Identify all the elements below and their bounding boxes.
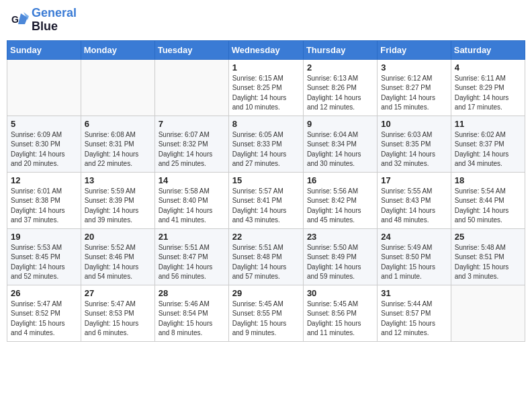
calendar-body: 1Sunrise: 6:15 AM Sunset: 8:25 PM Daylig…	[7, 59, 525, 341]
calendar-table: SundayMondayTuesdayWednesdayThursdayFrid…	[7, 40, 525, 342]
day-number: 18	[455, 175, 521, 185]
day-number: 21	[159, 232, 225, 242]
calendar-week-row: 5Sunrise: 6:09 AM Sunset: 8:30 PM Daylig…	[7, 116, 525, 172]
day-info: Sunrise: 5:57 AM Sunset: 8:41 PM Dayligh…	[232, 187, 300, 226]
weekday-header-cell: Tuesday	[154, 40, 228, 59]
day-info: Sunrise: 5:49 AM Sunset: 8:50 PM Dayligh…	[381, 243, 447, 282]
day-info: Sunrise: 5:53 AM Sunset: 8:45 PM Dayligh…	[11, 243, 77, 282]
calendar-cell: 1Sunrise: 6:15 AM Sunset: 8:25 PM Daylig…	[228, 59, 303, 116]
day-number: 14	[159, 175, 225, 185]
day-number: 5	[11, 119, 77, 129]
calendar-cell: 30Sunrise: 5:45 AM Sunset: 8:56 PM Dayli…	[303, 285, 377, 341]
calendar-cell: 3Sunrise: 6:12 AM Sunset: 8:27 PM Daylig…	[378, 59, 451, 116]
calendar-cell: 9Sunrise: 6:04 AM Sunset: 8:34 PM Daylig…	[303, 116, 377, 172]
calendar-cell: 16Sunrise: 5:56 AM Sunset: 8:42 PM Dayli…	[303, 172, 377, 228]
calendar-cell: 7Sunrise: 6:07 AM Sunset: 8:32 PM Daylig…	[154, 116, 228, 172]
calendar-cell	[7, 59, 81, 116]
day-info: Sunrise: 6:05 AM Sunset: 8:33 PM Dayligh…	[232, 130, 300, 169]
day-info: Sunrise: 6:11 AM Sunset: 8:29 PM Dayligh…	[455, 74, 521, 113]
page-header: G GeneralBlue	[7, 7, 525, 34]
weekday-header-cell: Saturday	[451, 40, 525, 59]
calendar-cell: 14Sunrise: 5:58 AM Sunset: 8:40 PM Dayli…	[154, 172, 228, 228]
calendar-week-row: 26Sunrise: 5:47 AM Sunset: 8:52 PM Dayli…	[7, 285, 525, 341]
svg-text:G: G	[11, 14, 19, 25]
calendar-cell: 15Sunrise: 5:57 AM Sunset: 8:41 PM Dayli…	[228, 172, 303, 228]
day-number: 13	[85, 175, 151, 185]
day-info: Sunrise: 5:48 AM Sunset: 8:51 PM Dayligh…	[455, 243, 521, 282]
logo-icon: G	[10, 11, 29, 30]
weekday-header-cell: Sunday	[7, 40, 81, 59]
day-info: Sunrise: 5:44 AM Sunset: 8:57 PM Dayligh…	[381, 300, 447, 338]
day-number: 4	[455, 62, 521, 73]
day-number: 29	[232, 288, 300, 298]
day-info: Sunrise: 5:46 AM Sunset: 8:54 PM Dayligh…	[159, 300, 225, 338]
day-number: 24	[381, 232, 447, 242]
day-info: Sunrise: 5:52 AM Sunset: 8:46 PM Dayligh…	[85, 243, 151, 282]
calendar-cell: 23Sunrise: 5:50 AM Sunset: 8:49 PM Dayli…	[303, 228, 377, 285]
calendar-cell: 27Sunrise: 5:47 AM Sunset: 8:53 PM Dayli…	[81, 285, 154, 341]
day-info: Sunrise: 6:03 AM Sunset: 8:35 PM Dayligh…	[381, 130, 447, 169]
day-info: Sunrise: 5:55 AM Sunset: 8:43 PM Dayligh…	[381, 187, 447, 226]
day-info: Sunrise: 6:04 AM Sunset: 8:34 PM Dayligh…	[307, 130, 373, 169]
day-info: Sunrise: 6:12 AM Sunset: 8:27 PM Dayligh…	[381, 74, 447, 113]
day-number: 19	[11, 232, 77, 242]
day-info: Sunrise: 5:56 AM Sunset: 8:42 PM Dayligh…	[307, 187, 373, 226]
day-info: Sunrise: 6:09 AM Sunset: 8:30 PM Dayligh…	[11, 130, 77, 169]
weekday-header-cell: Friday	[378, 40, 451, 59]
day-info: Sunrise: 6:07 AM Sunset: 8:32 PM Dayligh…	[159, 130, 225, 169]
day-info: Sunrise: 5:58 AM Sunset: 8:40 PM Dayligh…	[159, 187, 225, 226]
day-number: 23	[307, 232, 373, 242]
calendar-cell: 18Sunrise: 5:54 AM Sunset: 8:44 PM Dayli…	[451, 172, 525, 228]
calendar-cell: 2Sunrise: 6:13 AM Sunset: 8:26 PM Daylig…	[303, 59, 377, 116]
day-number: 6	[85, 119, 151, 129]
calendar-cell: 8Sunrise: 6:05 AM Sunset: 8:33 PM Daylig…	[228, 116, 303, 172]
calendar-week-row: 1Sunrise: 6:15 AM Sunset: 8:25 PM Daylig…	[7, 59, 525, 116]
day-number: 22	[232, 232, 300, 242]
day-number: 27	[85, 288, 151, 298]
calendar-cell	[451, 285, 525, 341]
day-number: 12	[11, 175, 77, 185]
day-info: Sunrise: 5:51 AM Sunset: 8:48 PM Dayligh…	[232, 243, 300, 282]
calendar-cell: 20Sunrise: 5:52 AM Sunset: 8:46 PM Dayli…	[81, 228, 154, 285]
calendar-cell: 4Sunrise: 6:11 AM Sunset: 8:29 PM Daylig…	[451, 59, 525, 116]
day-number: 16	[307, 175, 373, 185]
day-info: Sunrise: 6:01 AM Sunset: 8:38 PM Dayligh…	[11, 187, 77, 226]
weekday-header-cell: Thursday	[303, 40, 377, 59]
calendar-cell: 22Sunrise: 5:51 AM Sunset: 8:48 PM Dayli…	[228, 228, 303, 285]
day-number: 28	[159, 288, 225, 298]
weekday-header-row: SundayMondayTuesdayWednesdayThursdayFrid…	[7, 40, 525, 59]
calendar-cell: 29Sunrise: 5:45 AM Sunset: 8:55 PM Dayli…	[228, 285, 303, 341]
calendar-cell: 5Sunrise: 6:09 AM Sunset: 8:30 PM Daylig…	[7, 116, 81, 172]
weekday-header-cell: Monday	[81, 40, 154, 59]
day-number: 20	[85, 232, 151, 242]
day-info: Sunrise: 5:45 AM Sunset: 8:55 PM Dayligh…	[232, 300, 300, 338]
day-number: 15	[232, 175, 300, 185]
day-number: 11	[455, 119, 521, 129]
calendar-week-row: 19Sunrise: 5:53 AM Sunset: 8:45 PM Dayli…	[7, 228, 525, 285]
calendar-cell: 6Sunrise: 6:08 AM Sunset: 8:31 PM Daylig…	[81, 116, 154, 172]
calendar-week-row: 12Sunrise: 6:01 AM Sunset: 8:38 PM Dayli…	[7, 172, 525, 228]
day-info: Sunrise: 6:08 AM Sunset: 8:31 PM Dayligh…	[85, 130, 151, 169]
calendar-cell	[154, 59, 228, 116]
day-info: Sunrise: 5:45 AM Sunset: 8:56 PM Dayligh…	[307, 300, 373, 338]
day-number: 2	[307, 62, 373, 73]
calendar-cell: 12Sunrise: 6:01 AM Sunset: 8:38 PM Dayli…	[7, 172, 81, 228]
day-number: 1	[232, 62, 300, 73]
weekday-header-cell: Wednesday	[228, 40, 303, 59]
day-number: 31	[381, 288, 447, 298]
day-number: 17	[381, 175, 447, 185]
day-number: 10	[381, 119, 447, 129]
day-info: Sunrise: 5:47 AM Sunset: 8:53 PM Dayligh…	[85, 300, 151, 338]
calendar-cell: 26Sunrise: 5:47 AM Sunset: 8:52 PM Dayli…	[7, 285, 81, 341]
day-info: Sunrise: 5:59 AM Sunset: 8:39 PM Dayligh…	[85, 187, 151, 226]
day-info: Sunrise: 5:54 AM Sunset: 8:44 PM Dayligh…	[455, 187, 521, 226]
day-info: Sunrise: 5:47 AM Sunset: 8:52 PM Dayligh…	[11, 300, 77, 338]
calendar-cell: 31Sunrise: 5:44 AM Sunset: 8:57 PM Dayli…	[378, 285, 451, 341]
calendar-cell: 10Sunrise: 6:03 AM Sunset: 8:35 PM Dayli…	[378, 116, 451, 172]
calendar-cell: 11Sunrise: 6:02 AM Sunset: 8:37 PM Dayli…	[451, 116, 525, 172]
day-number: 25	[455, 232, 521, 242]
day-number: 8	[232, 119, 300, 129]
day-info: Sunrise: 6:13 AM Sunset: 8:26 PM Dayligh…	[307, 74, 373, 113]
logo: G GeneralBlue	[10, 7, 77, 34]
calendar-cell: 13Sunrise: 5:59 AM Sunset: 8:39 PM Dayli…	[81, 172, 154, 228]
